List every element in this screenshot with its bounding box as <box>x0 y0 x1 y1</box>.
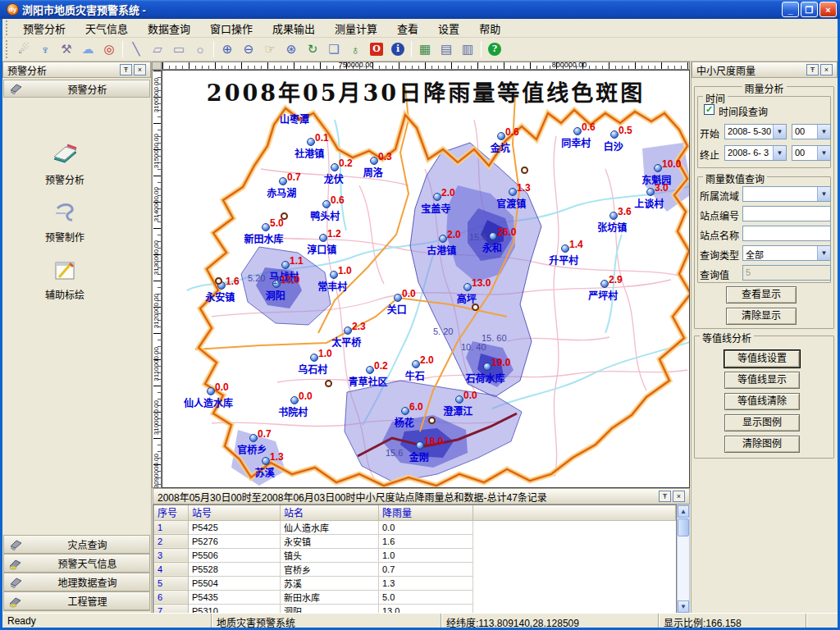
zoom-window-icon[interactable]: ⊛ <box>281 40 301 59</box>
scroll-down-icon[interactable]: ▼ <box>678 600 689 613</box>
minimize-button[interactable]: _ <box>782 2 799 17</box>
rainfall-cell[interactable]: 5.0 <box>379 590 473 604</box>
image-export-icon[interactable]: ▦ <box>415 40 435 59</box>
table-column-header[interactable]: 序号 <box>154 505 189 520</box>
station-dot-icon[interactable] <box>610 130 619 139</box>
table-column-header[interactable]: 站名 <box>281 505 379 520</box>
station-dot-icon[interactable] <box>319 234 327 242</box>
menu-item-0[interactable]: 预警分析 <box>13 19 75 38</box>
toolbar-grip[interactable] <box>6 40 10 58</box>
menu-item-6[interactable]: 查看 <box>387 19 428 38</box>
chevron-down-icon[interactable]: ▼ <box>817 146 830 160</box>
rainfall-cell[interactable]: 0.7 <box>379 562 473 576</box>
query-type-select[interactable]: 全部▼ <box>742 245 831 261</box>
legend-show-button[interactable]: 显示图例 <box>724 414 800 431</box>
refresh-icon[interactable]: ↻ <box>303 40 322 59</box>
help-icon[interactable]: ? <box>485 40 504 59</box>
sidebar-group-3[interactable]: 工程管理 <box>3 591 150 611</box>
station-dot-icon[interactable] <box>489 232 497 240</box>
close-icon[interactable]: × <box>673 491 685 502</box>
close-icon[interactable]: × <box>820 64 833 75</box>
row-index[interactable]: 3 <box>154 548 189 562</box>
target-tool-icon[interactable]: ◎ <box>99 40 119 59</box>
station-dot-icon[interactable] <box>439 235 447 243</box>
pin-icon[interactable]: Ŧ <box>659 491 671 502</box>
station-dot-icon[interactable] <box>573 127 582 135</box>
sidebar-group-2[interactable]: 地理数据查询 <box>3 573 150 592</box>
hammer-tool-icon[interactable]: ⚒ <box>57 40 76 59</box>
draw-ellipse-icon[interactable]: ○ <box>190 40 210 59</box>
sidebar-group-0[interactable]: 灾点查询 <box>3 535 150 555</box>
station-name-input[interactable] <box>742 226 831 241</box>
station-dot-icon[interactable] <box>262 457 270 465</box>
table-row[interactable]: 2P5276永安镇1.6 <box>154 534 676 548</box>
close-icon[interactable]: × <box>134 64 146 75</box>
station-dot-icon[interactable] <box>609 212 618 220</box>
time-range-checkbox[interactable]: ✓ <box>704 104 714 115</box>
start-date-select[interactable]: 2008- 5-30▼ <box>724 124 787 139</box>
station-dot-icon[interactable] <box>509 188 517 196</box>
row-index[interactable]: 5 <box>154 576 189 590</box>
station-dot-icon[interactable] <box>310 354 318 362</box>
show-query-button[interactable]: 查看显示 <box>726 286 797 304</box>
restore-button[interactable]: ❐ <box>801 2 818 17</box>
table-column-header[interactable]: 站号 <box>189 505 281 520</box>
pan-icon[interactable]: ☞ <box>260 40 280 59</box>
contour-clear-button[interactable]: 等值线清除 <box>724 393 800 410</box>
chevron-down-icon[interactable]: ▼ <box>773 125 786 139</box>
station-name-cell[interactable]: 镇头 <box>281 548 379 562</box>
row-index[interactable]: 4 <box>154 562 189 576</box>
station-dot-icon[interactable] <box>646 188 655 196</box>
row-index[interactable]: 1 <box>154 520 189 534</box>
pin-icon[interactable]: Ŧ <box>120 64 132 75</box>
station-dot-icon[interactable] <box>322 200 331 208</box>
station-dot-icon[interactable] <box>483 363 491 371</box>
menu-item-7[interactable]: 设置 <box>428 19 469 38</box>
pin-icon[interactable]: Ŧ <box>806 64 819 75</box>
station-dot-icon[interactable] <box>654 164 662 172</box>
info-icon[interactable]: i <box>388 40 408 59</box>
station-dot-icon[interactable] <box>600 280 609 288</box>
table-row[interactable]: 3P5506镇头1.0 <box>154 548 676 562</box>
station-dot-icon[interactable] <box>366 366 374 374</box>
sidebar-item-2[interactable]: 辅助标绘 <box>3 256 126 301</box>
print-icon[interactable]: ▤ <box>436 40 456 59</box>
station-dot-icon[interactable] <box>330 271 338 279</box>
flood-tool-icon[interactable]: ♆ <box>35 40 55 59</box>
station-name-cell[interactable]: 永安镇 <box>281 534 379 548</box>
sidebar-item-1[interactable]: 预警制作 <box>3 199 126 244</box>
contour-set-button[interactable]: 等值线设置 <box>724 350 800 368</box>
chevron-down-icon[interactable]: ▼ <box>773 146 786 160</box>
resize-grip[interactable] <box>806 614 838 628</box>
menu-item-5[interactable]: 测量计算 <box>325 19 387 38</box>
menu-item-4[interactable]: 成果输出 <box>262 19 325 38</box>
map-canvas[interactable]: 2008年05月30日降雨量等值线色斑图 0.1社港镇0.2龙伏0.3周洛0.6… <box>162 70 690 488</box>
menu-grip[interactable] <box>6 21 10 35</box>
menu-item-2[interactable]: 数据查询 <box>138 19 200 38</box>
station-name-cell[interactable]: 仙人造水库 <box>281 520 379 534</box>
end-hour-select[interactable]: 00▼ <box>792 145 831 161</box>
station-dot-icon[interactable] <box>249 434 258 442</box>
chevron-down-icon[interactable]: ▼ <box>817 187 830 201</box>
table-row[interactable]: 5P5504苏溪1.3 <box>154 576 676 590</box>
station-id-cell[interactable]: P5435 <box>189 590 281 604</box>
station-dot-icon[interactable] <box>307 138 315 146</box>
station-id-cell[interactable]: P5504 <box>189 576 281 590</box>
rainfall-cell[interactable]: 1.3 <box>379 576 473 590</box>
close-button[interactable]: × <box>819 2 837 17</box>
station-dot-icon[interactable] <box>207 387 215 395</box>
rainfall-cell[interactable]: 1.0 <box>379 548 473 562</box>
contour-show-button[interactable]: 等值线显示 <box>724 372 800 389</box>
legend-clear-button[interactable]: 清除图例 <box>724 436 800 453</box>
table-column-header[interactable]: 降雨量 <box>379 505 473 520</box>
left-panel-group-header[interactable]: 预警分析 <box>3 80 150 98</box>
clear-query-button[interactable]: 清除显示 <box>726 308 797 325</box>
station-name-cell[interactable]: 官桥乡 <box>281 562 379 576</box>
copy-map-icon[interactable]: ❏ <box>324 40 344 59</box>
globe-icon[interactable]: ♁ <box>345 40 365 59</box>
draw-polygon-icon[interactable]: ▱ <box>148 40 167 59</box>
station-id-input[interactable] <box>742 206 831 221</box>
station-dot-icon[interactable] <box>497 132 505 140</box>
zoom-out-icon[interactable]: ⊖ <box>239 40 258 59</box>
station-name-cell[interactable]: 新田水库 <box>281 590 379 604</box>
